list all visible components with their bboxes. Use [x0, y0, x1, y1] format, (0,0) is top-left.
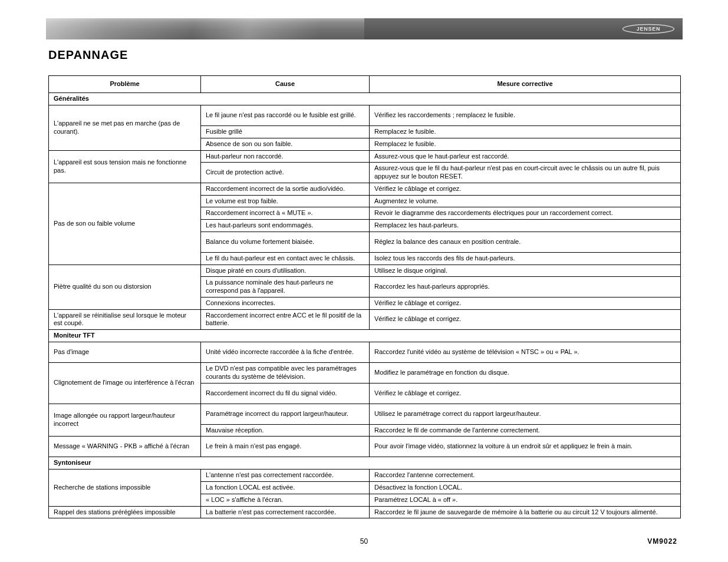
cell-cause: Absence de son ou son faible.	[201, 138, 370, 150]
cell-fix: Vérifiez le câblage et corrigez.	[370, 383, 681, 404]
cell-fix: Pour avoir l'image vidéo, stationnez la …	[370, 437, 681, 457]
brand-logo: JENSEN	[622, 24, 675, 34]
model-number: VM9022	[647, 537, 677, 546]
cell-cause: Haut-parleur non raccordé.	[201, 150, 370, 163]
cell-cause: Raccordement incorrect du fil du signal …	[201, 383, 370, 404]
page-title: DEPANNAGE	[48, 48, 128, 62]
cell-problem: Piètre qualité du son ou distorsion	[49, 265, 201, 309]
table-row: Image allongée ou rapport largeur/hauteu…	[49, 404, 681, 424]
cell-fix: Revoir le diagramme des raccordements él…	[370, 207, 681, 220]
cell-fix: Utilisez le paramétrage correct du rappo…	[370, 404, 681, 424]
cell-cause: L'antenne n'est pas correctement raccord…	[201, 470, 370, 482]
cell-fix: Remplacez le fusible.	[370, 126, 681, 138]
section-name: Moniteur TFT	[49, 330, 681, 342]
cell-cause: Le fil jaune n'est pas raccordé ou le fu…	[201, 105, 370, 126]
cell-fix: Utilisez le disque original.	[370, 265, 681, 277]
table-header-row: Problème Cause Mesure corrective	[49, 76, 681, 93]
cell-cause: La batterie n'est pas correctement racco…	[201, 506, 370, 518]
table-row: L'appareil ne se met pas en marche (pas …	[49, 105, 681, 126]
cell-cause: Le volume est trop faible.	[201, 195, 370, 207]
col-cause: Cause	[201, 76, 370, 93]
section-row: Syntoniseur	[49, 457, 681, 470]
table-row: L'appareil se réinitialise seul lorsque …	[49, 309, 681, 330]
cell-problem: L'appareil ne se met pas en marche (pas …	[49, 105, 201, 151]
cell-fix: Raccordez le fil jaune de sauvegarde de …	[370, 506, 681, 518]
col-problem: Problème	[49, 76, 201, 93]
cell-cause: Le fil du haut-parleur est en contact av…	[201, 252, 370, 265]
cell-fix: Remplacez le fusible.	[370, 138, 681, 150]
cell-problem: Pas de son ou faible volume	[49, 183, 201, 265]
cell-fix: Remplacez les haut-parleurs.	[370, 220, 681, 232]
cell-fix: Raccordez les haut-parleurs appropriés.	[370, 277, 681, 297]
cell-cause: Raccordement incorrect à « MUTE ».	[201, 207, 370, 220]
section-name: Généralités	[49, 93, 681, 105]
troubleshooting-table: Problème Cause Mesure corrective Général…	[48, 75, 680, 518]
table-row: Pas de son ou faible volumeRaccordement …	[49, 183, 681, 195]
cell-cause: Circuit de protection activé.	[201, 163, 370, 183]
cell-cause: Unité vidéo incorrecte raccordée à la fi…	[201, 342, 370, 363]
cell-cause: La fonction LOCAL est activée.	[201, 482, 370, 494]
cell-fix: Raccordez l'antenne correctement.	[370, 470, 681, 482]
brand-logo-text: JENSEN	[637, 26, 661, 32]
table-row: Piètre qualité du son ou distorsionDisqu…	[49, 265, 681, 277]
table-row: L'appareil est sous tension mais ne fonc…	[49, 150, 681, 163]
cell-cause: Les haut-parleurs sont endommagés.	[201, 220, 370, 232]
table-row: Recherche de stations impossibleL'antenn…	[49, 470, 681, 482]
cell-cause: Raccordement incorrect entre ACC et le f…	[201, 309, 370, 330]
cell-fix: Vérifiez le câblage et corrigez.	[370, 183, 681, 195]
cell-cause: Connexions incorrectes.	[201, 297, 370, 309]
cell-cause: Le DVD n'est pas compatible avec les par…	[201, 363, 370, 384]
cell-cause: Disque piraté en cours d'utilisation.	[201, 265, 370, 277]
cell-cause: Fusible grillé	[201, 126, 370, 138]
cell-fix: Augmentez le volume.	[370, 195, 681, 207]
section-row: Généralités	[49, 93, 681, 105]
cell-fix: Vérifiez les raccordements ; remplacez l…	[370, 105, 681, 126]
cell-problem: Image allongée ou rapport largeur/hauteu…	[49, 404, 201, 437]
col-fix: Mesure corrective	[370, 76, 681, 93]
cell-cause: Balance du volume fortement biaisée.	[201, 232, 370, 252]
table-row: Pas d'imageUnité vidéo incorrecte raccor…	[49, 342, 681, 363]
cell-fix: Réglez la balance des canaux en position…	[370, 232, 681, 252]
cell-fix: Isolez tous les raccords des fils de hau…	[370, 252, 681, 265]
cell-problem: Message « WARNING - PKB » affiché à l'éc…	[49, 437, 201, 457]
cell-problem: L'appareil se réinitialise seul lorsque …	[49, 309, 201, 330]
cell-fix: Désactivez la fonction LOCAL.	[370, 482, 681, 494]
table-row: Clignotement de l'image ou interférence …	[49, 363, 681, 384]
page-number: 50	[0, 537, 728, 546]
cell-fix: Vérifiez le câblage et corrigez.	[370, 309, 681, 330]
cell-problem: L'appareil est sous tension mais ne fonc…	[49, 150, 201, 183]
table-row: Message « WARNING - PKB » affiché à l'éc…	[49, 437, 681, 457]
section-name: Syntoniseur	[49, 457, 681, 470]
cell-problem: Clignotement de l'image ou interférence …	[49, 363, 201, 404]
cell-problem: Rappel des stations préréglées impossibl…	[49, 506, 201, 518]
cell-cause: Mauvaise réception.	[201, 424, 370, 437]
cell-fix: Assurez-vous que le fil du haut-parleur …	[370, 163, 681, 183]
cell-cause: Le frein à main n'est pas engagé.	[201, 437, 370, 457]
cell-cause: La puissance nominale des haut-parleurs …	[201, 277, 370, 297]
table-row: Rappel des stations préréglées impossibl…	[49, 506, 681, 518]
cell-fix: Modifiez le paramétrage en fonction du d…	[370, 363, 681, 384]
cell-cause: Paramétrage incorrect du rapport largeur…	[201, 404, 370, 424]
cell-fix: Vérifiez le câblage et corrigez.	[370, 297, 681, 309]
cell-fix: Paramétrez LOCAL à « off ».	[370, 494, 681, 506]
cell-fix: Assurez-vous que le haut-parleur est rac…	[370, 150, 681, 163]
header-banner	[46, 18, 683, 39]
cell-fix: Raccordez l'unité vidéo au système de té…	[370, 342, 681, 363]
cell-problem: Recherche de stations impossible	[49, 470, 201, 506]
cell-cause: « LOC » s'affiche à l'écran.	[201, 494, 370, 506]
cell-problem: Pas d'image	[49, 342, 201, 363]
cell-cause: Raccordement incorrect de la sortie audi…	[201, 183, 370, 195]
section-row: Moniteur TFT	[49, 330, 681, 342]
cell-fix: Raccordez le fil de commande de l'antenn…	[370, 424, 681, 437]
